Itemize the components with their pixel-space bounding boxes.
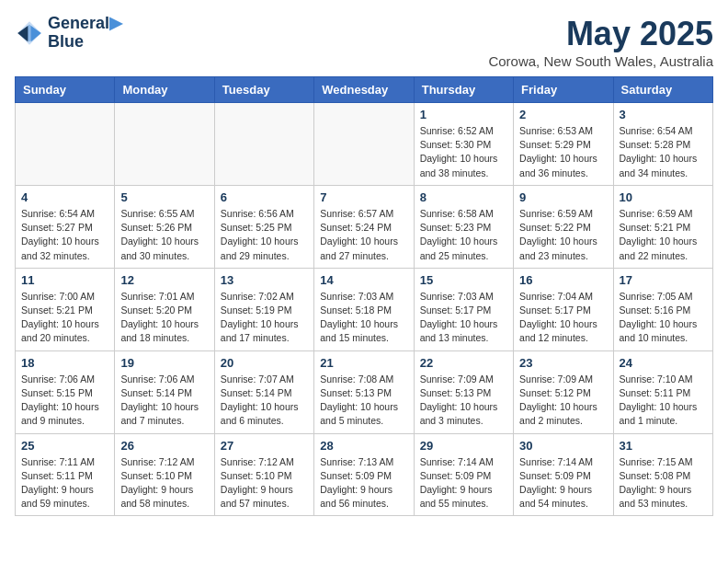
- day-number: 30: [519, 439, 607, 453]
- calendar-day-cell: 20Sunrise: 7:07 AMSunset: 5:14 PMDayligh…: [214, 350, 313, 433]
- calendar-day-cell: 22Sunrise: 7:09 AMSunset: 5:13 PMDayligh…: [414, 350, 513, 433]
- day-info: Sunrise: 7:00 AMSunset: 5:21 PMDaylight:…: [21, 290, 108, 346]
- calendar-week-row: 1Sunrise: 6:52 AMSunset: 5:30 PMDaylight…: [16, 103, 713, 186]
- calendar-day-cell: 12Sunrise: 7:01 AMSunset: 5:20 PMDayligh…: [115, 268, 214, 350]
- day-info: Sunrise: 7:14 AMSunset: 5:09 PMDaylight:…: [420, 455, 507, 511]
- day-number: 13: [221, 273, 308, 287]
- calendar-day-cell: 25Sunrise: 7:11 AMSunset: 5:11 PMDayligh…: [16, 433, 115, 516]
- day-info: Sunrise: 6:53 AMSunset: 5:29 PMDaylight:…: [519, 124, 607, 180]
- page-header: General▶ Blue May 2025 Corowa, New South…: [15, 15, 713, 69]
- calendar-day-cell: 16Sunrise: 7:04 AMSunset: 5:17 PMDayligh…: [514, 268, 613, 350]
- day-of-week-header: Thursday: [414, 77, 513, 103]
- day-of-week-header: Sunday: [16, 77, 115, 103]
- calendar-day-cell: 13Sunrise: 7:02 AMSunset: 5:19 PMDayligh…: [214, 268, 313, 350]
- calendar-day-cell: 10Sunrise: 6:59 AMSunset: 5:21 PMDayligh…: [613, 185, 712, 268]
- calendar-day-cell: 2Sunrise: 6:53 AMSunset: 5:29 PMDaylight…: [514, 103, 613, 186]
- day-of-week-header: Wednesday: [314, 77, 414, 103]
- calendar-week-row: 11Sunrise: 7:00 AMSunset: 5:21 PMDayligh…: [16, 268, 713, 350]
- logo: General▶ Blue: [15, 15, 122, 52]
- day-info: Sunrise: 7:09 AMSunset: 5:12 PMDaylight:…: [519, 373, 607, 429]
- day-number: 9: [519, 190, 607, 204]
- calendar-table: SundayMondayTuesdayWednesdayThursdayFrid…: [15, 76, 713, 516]
- day-number: 22: [420, 356, 507, 370]
- day-number: 4: [21, 190, 108, 204]
- calendar-day-cell: 26Sunrise: 7:12 AMSunset: 5:10 PMDayligh…: [115, 433, 214, 516]
- title-block: May 2025 Corowa, New South Wales, Austra…: [488, 15, 713, 69]
- calendar-day-cell: [214, 103, 313, 186]
- calendar-day-cell: 19Sunrise: 7:06 AMSunset: 5:14 PMDayligh…: [115, 350, 214, 433]
- calendar-day-cell: 17Sunrise: 7:05 AMSunset: 5:16 PMDayligh…: [613, 268, 712, 350]
- day-number: 31: [620, 439, 707, 453]
- day-info: Sunrise: 6:54 AMSunset: 5:28 PMDaylight:…: [620, 124, 707, 180]
- day-info: Sunrise: 7:10 AMSunset: 5:11 PMDaylight:…: [620, 373, 707, 429]
- month-title: May 2025: [488, 15, 713, 53]
- day-number: 8: [420, 190, 507, 204]
- day-info: Sunrise: 7:12 AMSunset: 5:10 PMDaylight:…: [120, 455, 208, 511]
- day-info: Sunrise: 7:14 AMSunset: 5:09 PMDaylight:…: [519, 455, 607, 511]
- calendar-day-cell: 11Sunrise: 7:00 AMSunset: 5:21 PMDayligh…: [16, 268, 115, 350]
- day-of-week-header: Friday: [514, 77, 613, 103]
- calendar-day-cell: [16, 103, 115, 186]
- day-number: 21: [320, 356, 407, 370]
- day-info: Sunrise: 7:11 AMSunset: 5:11 PMDaylight:…: [21, 455, 108, 511]
- day-number: 14: [320, 273, 407, 287]
- calendar-week-row: 18Sunrise: 7:06 AMSunset: 5:15 PMDayligh…: [16, 350, 713, 433]
- day-number: 3: [620, 108, 707, 121]
- calendar-week-row: 25Sunrise: 7:11 AMSunset: 5:11 PMDayligh…: [16, 433, 713, 516]
- day-number: 25: [21, 439, 108, 453]
- day-info: Sunrise: 7:05 AMSunset: 5:16 PMDaylight:…: [620, 290, 707, 346]
- calendar-day-cell: 29Sunrise: 7:14 AMSunset: 5:09 PMDayligh…: [414, 433, 513, 516]
- day-number: 11: [21, 273, 108, 287]
- day-number: 29: [420, 439, 507, 453]
- day-info: Sunrise: 7:08 AMSunset: 5:13 PMDaylight:…: [320, 373, 407, 429]
- day-number: 15: [420, 273, 507, 287]
- day-of-week-header: Monday: [115, 77, 214, 103]
- day-number: 7: [320, 190, 407, 204]
- day-number: 23: [519, 356, 607, 370]
- calendar-day-cell: 8Sunrise: 6:58 AMSunset: 5:23 PMDaylight…: [414, 185, 513, 268]
- calendar-day-cell: 30Sunrise: 7:14 AMSunset: 5:09 PMDayligh…: [514, 433, 613, 516]
- day-number: 28: [320, 439, 407, 453]
- day-number: 17: [620, 273, 707, 287]
- day-info: Sunrise: 7:03 AMSunset: 5:18 PMDaylight:…: [320, 290, 407, 346]
- day-number: 2: [519, 108, 607, 121]
- calendar-day-cell: 24Sunrise: 7:10 AMSunset: 5:11 PMDayligh…: [613, 350, 712, 433]
- day-info: Sunrise: 6:59 AMSunset: 5:22 PMDaylight:…: [519, 207, 607, 263]
- logo-text: General▶ Blue: [48, 15, 122, 52]
- day-number: 1: [420, 108, 507, 121]
- day-of-week-header: Saturday: [613, 77, 712, 103]
- calendar-day-cell: 4Sunrise: 6:54 AMSunset: 5:27 PMDaylight…: [16, 185, 115, 268]
- day-number: 27: [221, 439, 308, 453]
- day-info: Sunrise: 7:01 AMSunset: 5:20 PMDaylight:…: [120, 290, 208, 346]
- day-info: Sunrise: 7:07 AMSunset: 5:14 PMDaylight:…: [221, 373, 308, 429]
- day-info: Sunrise: 6:58 AMSunset: 5:23 PMDaylight:…: [420, 207, 507, 263]
- day-number: 5: [120, 190, 208, 204]
- calendar-day-cell: 9Sunrise: 6:59 AMSunset: 5:22 PMDaylight…: [514, 185, 613, 268]
- day-info: Sunrise: 7:06 AMSunset: 5:15 PMDaylight:…: [21, 373, 108, 429]
- day-info: Sunrise: 6:57 AMSunset: 5:24 PMDaylight:…: [320, 207, 407, 263]
- calendar-day-cell: 27Sunrise: 7:12 AMSunset: 5:10 PMDayligh…: [214, 433, 313, 516]
- day-info: Sunrise: 7:09 AMSunset: 5:13 PMDaylight:…: [420, 373, 507, 429]
- calendar-day-cell: 6Sunrise: 6:56 AMSunset: 5:25 PMDaylight…: [214, 185, 313, 268]
- day-info: Sunrise: 7:03 AMSunset: 5:17 PMDaylight:…: [420, 290, 507, 346]
- calendar-day-cell: 28Sunrise: 7:13 AMSunset: 5:09 PMDayligh…: [314, 433, 414, 516]
- calendar-day-cell: [314, 103, 414, 186]
- calendar-day-cell: 1Sunrise: 6:52 AMSunset: 5:30 PMDaylight…: [414, 103, 513, 186]
- day-info: Sunrise: 7:02 AMSunset: 5:19 PMDaylight:…: [221, 290, 308, 346]
- day-number: 10: [620, 190, 707, 204]
- day-number: 18: [21, 356, 108, 370]
- calendar-day-cell: [115, 103, 214, 186]
- calendar-day-cell: 3Sunrise: 6:54 AMSunset: 5:28 PMDaylight…: [613, 103, 712, 186]
- calendar-day-cell: 31Sunrise: 7:15 AMSunset: 5:08 PMDayligh…: [613, 433, 712, 516]
- day-info: Sunrise: 7:13 AMSunset: 5:09 PMDaylight:…: [320, 455, 407, 511]
- day-info: Sunrise: 7:15 AMSunset: 5:08 PMDaylight:…: [620, 455, 707, 511]
- day-info: Sunrise: 6:54 AMSunset: 5:27 PMDaylight:…: [21, 207, 108, 263]
- calendar-day-cell: 7Sunrise: 6:57 AMSunset: 5:24 PMDaylight…: [314, 185, 414, 268]
- calendar-day-cell: 21Sunrise: 7:08 AMSunset: 5:13 PMDayligh…: [314, 350, 414, 433]
- calendar-day-cell: 14Sunrise: 7:03 AMSunset: 5:18 PMDayligh…: [314, 268, 414, 350]
- day-info: Sunrise: 6:59 AMSunset: 5:21 PMDaylight:…: [620, 207, 707, 263]
- calendar-day-cell: 23Sunrise: 7:09 AMSunset: 5:12 PMDayligh…: [514, 350, 613, 433]
- day-number: 24: [620, 356, 707, 370]
- day-number: 26: [120, 439, 208, 453]
- calendar-header-row: SundayMondayTuesdayWednesdayThursdayFrid…: [16, 77, 713, 103]
